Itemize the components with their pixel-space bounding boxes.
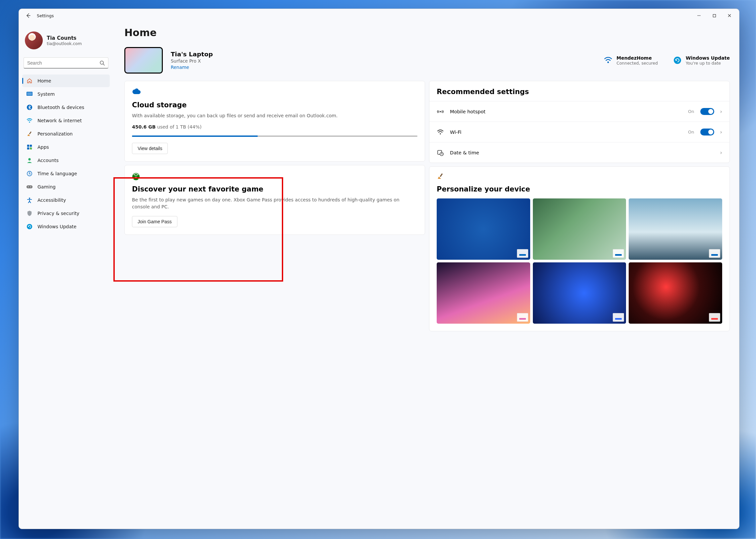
cloud-icon	[132, 89, 140, 96]
theme-thumb[interactable]	[629, 198, 722, 260]
svg-point-21	[440, 111, 441, 112]
setting-wifi[interactable]: Wi-Fi On ›	[429, 121, 729, 142]
svg-rect-13	[27, 185, 33, 188]
setting-label: Mobile hotspot	[450, 109, 682, 114]
svg-point-19	[674, 57, 681, 64]
svg-rect-25	[440, 173, 443, 177]
window-title: Settings	[37, 13, 54, 18]
svg-point-18	[608, 62, 609, 63]
nav-label: Privacy & security	[38, 211, 79, 216]
setting-date-time[interactable]: Date & time ›	[429, 142, 729, 163]
svg-rect-6	[29, 131, 32, 134]
svg-rect-8	[30, 145, 32, 147]
xbox-gamepass-card: Discover your next favorite game Be the …	[124, 165, 425, 235]
setting-state: On	[688, 129, 694, 134]
setting-mobile-hotspot[interactable]: Mobile hotspot On ›	[429, 101, 729, 121]
device-model: Surface Pro X	[171, 58, 213, 64]
nav-gaming[interactable]: Gaming	[22, 181, 110, 193]
search-input[interactable]	[27, 60, 99, 66]
close-icon	[727, 14, 731, 18]
card-title: Cloud storage	[132, 101, 418, 109]
nav-network[interactable]: Network & internet	[22, 114, 110, 127]
theme-thumb[interactable]	[437, 263, 530, 324]
view-details-button[interactable]: View details	[132, 143, 168, 154]
search-box[interactable]	[24, 57, 108, 69]
recommended-settings-card: Recommended settings Mobile hotspot On ›…	[429, 81, 730, 163]
shield-icon	[26, 210, 33, 217]
close-button[interactable]	[722, 10, 737, 21]
profile-name: Tia Counts	[47, 35, 82, 41]
svg-rect-3	[27, 92, 32, 95]
join-gamepass-button[interactable]: Join Game Pass	[132, 216, 177, 227]
nav-home[interactable]: Home	[22, 75, 110, 87]
setting-label: Wi-Fi	[450, 129, 682, 135]
profile-block[interactable]: Tia Counts tia@outlook.com	[22, 25, 110, 57]
minimize-button[interactable]	[691, 10, 707, 21]
theme-thumb[interactable]	[533, 198, 626, 260]
nav-label: Home	[38, 78, 51, 84]
person-icon	[26, 157, 33, 164]
maximize-button[interactable]	[707, 10, 722, 21]
paintbrush-icon	[437, 173, 445, 181]
theme-thumb[interactable]	[629, 263, 722, 324]
toggle-switch[interactable]	[700, 108, 714, 115]
storage-progress	[132, 135, 418, 137]
setting-state: On	[688, 109, 694, 114]
nav-system[interactable]: System	[22, 88, 110, 100]
theme-thumb[interactable]	[437, 198, 530, 260]
chevron-right-icon: ›	[720, 129, 722, 135]
card-title: Recommended settings	[429, 81, 729, 98]
update-icon	[26, 223, 33, 230]
svg-point-16	[29, 198, 30, 199]
storage-usage-text: 450.6 GB used of 1 TB (44%)	[132, 124, 418, 129]
svg-rect-7	[27, 145, 29, 147]
nav-label: System	[38, 91, 55, 97]
main-content: Home Tia's Laptop Surface Pro X Rename M…	[114, 22, 739, 529]
search-icon	[99, 60, 105, 66]
clock-icon	[26, 170, 33, 177]
apps-icon	[26, 144, 33, 150]
bluetooth-icon	[26, 104, 33, 111]
svg-rect-9	[27, 147, 29, 149]
cloud-storage-card: Cloud storage With available storage, yo…	[124, 81, 425, 162]
arrow-left-icon	[26, 13, 31, 18]
nav-personalization[interactable]: Personalization	[22, 127, 110, 140]
nav-label: Network & internet	[38, 118, 82, 123]
update-icon	[673, 56, 682, 65]
nav-label: Gaming	[38, 184, 56, 190]
maximize-icon	[712, 14, 716, 18]
svg-point-1	[100, 61, 103, 64]
card-title: Personalize your device	[437, 185, 722, 193]
svg-rect-0	[713, 14, 715, 17]
nav-bluetooth[interactable]: Bluetooth & devices	[22, 101, 110, 114]
card-desc: Be the first to play new games on day on…	[132, 196, 418, 210]
device-info: Tia's Laptop Surface Pro X Rename	[171, 51, 213, 70]
rename-link[interactable]: Rename	[171, 65, 213, 70]
minimize-icon	[697, 14, 701, 18]
update-status: You're up to date	[686, 61, 730, 66]
gamepad-icon	[26, 184, 33, 190]
svg-point-17	[27, 224, 32, 229]
update-status-block[interactable]: Windows Update You're up to date	[673, 55, 730, 66]
nav-list: Home System Bluetooth & devices Network …	[22, 75, 110, 233]
svg-rect-10	[30, 147, 32, 149]
nav-accounts[interactable]: Accounts	[22, 154, 110, 167]
toggle-switch[interactable]	[700, 128, 714, 135]
hotspot-icon	[437, 108, 444, 115]
xbox-icon	[132, 173, 140, 181]
nav-accessibility[interactable]: Accessibility	[22, 194, 110, 206]
nav-privacy[interactable]: Privacy & security	[22, 207, 110, 220]
svg-point-5	[29, 121, 30, 123]
wifi-icon	[26, 117, 33, 124]
theme-thumb[interactable]	[533, 263, 626, 324]
svg-point-20	[132, 173, 140, 180]
nav-apps[interactable]: Apps	[22, 141, 110, 153]
accessibility-icon	[26, 197, 33, 203]
nav-windows-update[interactable]: Windows Update	[22, 220, 110, 233]
nav-label: Apps	[38, 144, 49, 150]
nav-time-language[interactable]: Time & language	[22, 167, 110, 180]
wifi-status-block[interactable]: MendezHome Connected, secured	[604, 55, 658, 66]
back-button[interactable]	[23, 10, 34, 21]
wifi-icon	[437, 128, 444, 136]
device-thumbnail	[124, 47, 163, 74]
